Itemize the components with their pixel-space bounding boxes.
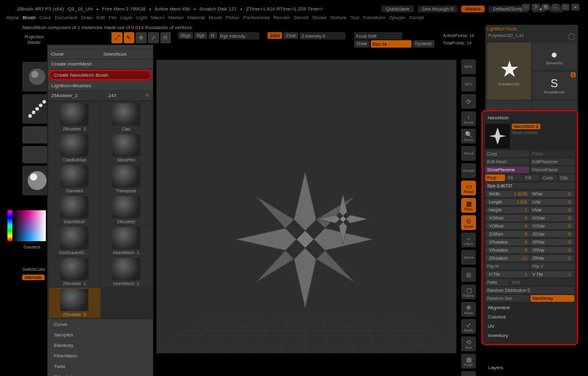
section-inventory[interactable]: Inventory	[485, 331, 574, 340]
move-button[interactable]: ✥	[136, 32, 147, 43]
brush-cell[interactable]: ZModeler_1	[49, 257, 100, 287]
brush-submenu-item[interactable]: FiberMesh	[48, 351, 153, 361]
right-icon-zoom[interactable]: 🔍Zoom	[461, 129, 476, 143]
random-dist-slider[interactable]: Random Distribution 0	[485, 287, 574, 294]
scale-button[interactable]: ⤢	[148, 32, 159, 43]
menu-macro[interactable]: Macro	[151, 15, 165, 22]
right-icon-actual[interactable]: Actual	[461, 146, 476, 161]
menu-transform[interactable]: Transform	[363, 15, 385, 22]
create-insertmesh-button[interactable]: Create InsertMesh	[48, 59, 153, 69]
menu-zscript[interactable]: Zscript	[409, 15, 424, 22]
right-icon-rot[interactable]: ⟲Rot	[461, 336, 476, 351]
alternate-button[interactable]: Alternate	[22, 275, 45, 280]
menu-zplugin[interactable]: Zplugin	[389, 15, 405, 22]
edit-placement-button[interactable]: EditPlacemer	[530, 158, 574, 165]
z-intensity-slider[interactable]: Z Intensity 0	[300, 32, 346, 40]
section-uv[interactable]: UV	[485, 322, 574, 331]
right-icon-scroll[interactable]: ↕Scroll	[461, 111, 476, 126]
tool-cell[interactable]: ●Sphere3D	[532, 43, 576, 70]
zadd-button[interactable]: Zadd	[267, 32, 282, 39]
menu-edit[interactable]: Edit	[97, 15, 105, 22]
copy-button[interactable]: Copy	[485, 150, 529, 157]
layers-section[interactable]: Layers	[486, 363, 577, 372]
slider-zrotation[interactable]: ZRotation-11ZRVar0	[485, 255, 574, 262]
zsub-button[interactable]: Zsub	[283, 32, 298, 39]
create-nanomesh-brush-button[interactable]: Create NanoMesh Brush	[49, 70, 152, 80]
flip-v-button[interactable]: Flip V	[530, 263, 574, 270]
menu-render[interactable]: Render	[274, 15, 290, 22]
brush-cell[interactable]: Transpose	[101, 164, 152, 194]
brush-cell[interactable]: ZModeler_2	[49, 288, 100, 318]
right-icon-spix[interactable]: SPix	[461, 77, 476, 92]
rand-array-button[interactable]: RandArray	[530, 295, 574, 302]
paste-button[interactable]: Paste	[530, 150, 574, 157]
right-icon-move[interactable]: ✥Move	[461, 302, 476, 317]
projection-master-button[interactable]: Projection Master	[22, 34, 46, 45]
mode-fit[interactable]: Fit	[506, 174, 522, 181]
quicksave-button[interactable]: QuickSave	[381, 6, 414, 12]
brush-submenu-item[interactable]: Elasticity	[48, 340, 153, 351]
show-placement-button[interactable]: ShowPlaceme	[485, 166, 529, 173]
right-icon-scale[interactable]: ⤢Scale	[461, 319, 476, 334]
rotate-button[interactable]: ⟲	[160, 32, 171, 43]
brush-submenu-item[interactable]: Samples	[48, 330, 153, 340]
switchcolor-button[interactable]: SwitchColor	[22, 267, 45, 271]
right-icon-floor[interactable]: ▦Floor	[461, 198, 476, 213]
right-icon-aahalf[interactable]: AAHalf	[461, 163, 476, 178]
brush-selector-slider[interactable]: ZModeler_2.147R	[48, 91, 153, 101]
menu-stroke[interactable]: Stroke	[312, 15, 326, 22]
right-icon-polyf[interactable]: ▦PolyF	[461, 354, 476, 369]
minimize-icon[interactable]: –	[551, 4, 560, 11]
slider-yrotation[interactable]: YRotation0YRVar0	[485, 247, 574, 254]
rgb-intensity-slider[interactable]: Rgb Intensity	[218, 32, 259, 40]
menu-movie[interactable]: Movie	[209, 15, 222, 22]
slider-height[interactable]: Height1HVar0	[485, 207, 574, 213]
brush-submenu-item[interactable]: Twist	[48, 361, 153, 372]
menu-document[interactable]: Document	[55, 15, 77, 22]
mode-clip[interactable]: Clip	[558, 174, 574, 181]
menus-button[interactable]: Menus	[461, 6, 485, 12]
load-brush-button[interactable]	[48, 45, 54, 49]
pin-icon[interactable]: ○	[522, 4, 530, 11]
rgb-button[interactable]: Rgb	[194, 32, 207, 39]
edit-mesh-button[interactable]: Edit Mesh	[485, 158, 529, 165]
brush-cell[interactable]: GridSquareDots	[49, 226, 100, 256]
right-icon-xpose[interactable]: Xpose	[461, 250, 476, 265]
brush-cell[interactable]: InsertMesh_1	[101, 226, 152, 256]
nanomesh-thumb[interactable]	[485, 124, 510, 148]
focal-shift-slider[interactable]: Focal Shift	[354, 32, 402, 40]
brush-cell[interactable]: Clay	[101, 102, 152, 132]
lightbox-tools-button[interactable]: LightBox>Tools	[487, 27, 576, 31]
slider-xoffset[interactable]: XOffset0XOVar0	[485, 215, 574, 221]
right-icon-frame[interactable]: ▢Frame	[461, 284, 476, 299]
mrgb-button[interactable]: Mrgb	[178, 32, 193, 39]
lightbox-brushes-button[interactable]: Lightbox>Brushes	[48, 81, 153, 91]
slider-length[interactable]: Length1.024LVar0	[485, 199, 574, 205]
menu-light[interactable]: Light	[136, 15, 147, 22]
slider-xrotation[interactable]: XRotation0XRVar0	[485, 239, 574, 246]
select-icon-button[interactable]: SelectIcon	[100, 49, 153, 59]
dynamic-button[interactable]: Dynamic	[413, 40, 435, 48]
edit-button[interactable]	[111, 32, 123, 43]
maximize-icon[interactable]: □	[561, 4, 569, 11]
nanomesh-index-tag[interactable]: NanoMesh 0	[512, 124, 540, 129]
mode-fill[interactable]: Fill	[524, 174, 540, 181]
right-icon-lsym[interactable]: ↔LSym	[461, 233, 476, 247]
freeze-placement-button[interactable]: FreezePlacer	[530, 166, 574, 173]
brush-cell[interactable]: InsertMesh_2	[101, 257, 152, 287]
menu-file[interactable]: File	[108, 15, 116, 22]
right-icon-persp[interactable]: ▭Persp	[461, 181, 476, 195]
brush-cell[interactable]: ZModeler	[101, 195, 152, 225]
menu-alpha[interactable]: Alpha	[6, 15, 19, 22]
right-icon-⟳[interactable]: ⟳	[461, 94, 476, 109]
right-icon-transp[interactable]: Transp	[461, 371, 476, 376]
color-picker[interactable]	[7, 210, 46, 241]
tool-reset-icon[interactable]	[568, 33, 575, 40]
right-icon-⊞[interactable]: ⊞	[461, 267, 476, 282]
brush-cell[interactable]: MaskPen	[101, 133, 152, 163]
tool-cell[interactable]: ★PolyMesh3D	[487, 43, 531, 100]
right-icon-local[interactable]: ⊙Local	[461, 215, 476, 230]
menu-tool[interactable]: Tool	[350, 15, 360, 22]
brush-cell[interactable]: InsertMesh	[49, 195, 100, 225]
mode-prop[interactable]: Prop	[485, 174, 505, 181]
